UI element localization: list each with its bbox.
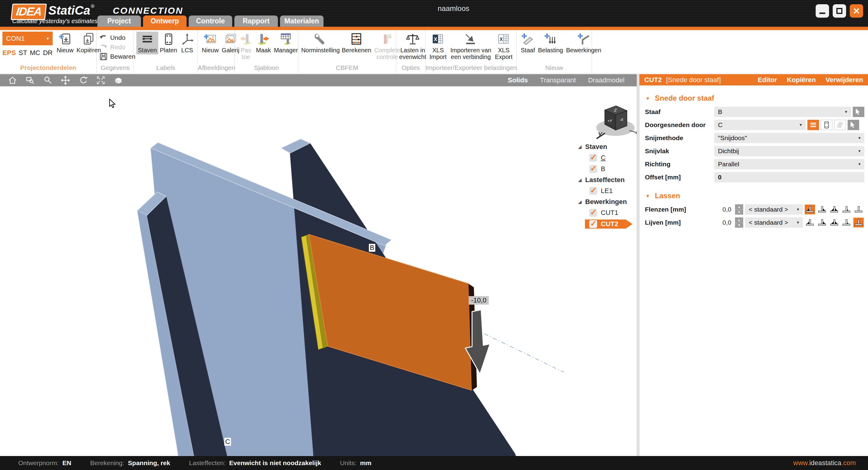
cut-method-select[interactable]: "Snijdoos" bbox=[714, 133, 864, 143]
pan-icon[interactable] bbox=[61, 76, 70, 85]
cube-face-z[interactable]: Z bbox=[614, 108, 617, 112]
maximize-button[interactable] bbox=[833, 4, 846, 18]
labels-lcs-toggle[interactable]: LCS bbox=[179, 32, 196, 55]
tree-item-cut2-selected[interactable]: CUT2 bbox=[585, 220, 632, 229]
tree-section-bewerkingen[interactable]: ◢ Bewerkingen bbox=[578, 198, 637, 206]
template-apply-button[interactable]: Pas toe bbox=[238, 32, 254, 61]
weld-type-fillet-both-button[interactable] bbox=[829, 218, 839, 227]
section-welds-header[interactable]: ▼ Lassen bbox=[646, 192, 868, 200]
webs-weld-size[interactable]: 0,0 bbox=[714, 219, 733, 226]
loads-equilibrium-button[interactable]: Lasten in evenwicht bbox=[399, 32, 427, 61]
collapse-icon[interactable]: ◢ bbox=[578, 177, 582, 182]
cube-face-minus-x[interactable]: -X bbox=[620, 118, 624, 122]
staaf-select[interactable]: B bbox=[714, 107, 851, 117]
pick-member-button[interactable] bbox=[853, 107, 864, 117]
new-load-button[interactable]: Belasting bbox=[536, 32, 564, 55]
weld-type-butt-button[interactable] bbox=[854, 205, 864, 214]
cut-plane-select[interactable]: Dichtbij bbox=[714, 146, 864, 156]
direction-select[interactable]: Parallel bbox=[714, 159, 864, 169]
view-mode-solids[interactable]: Solids bbox=[508, 76, 528, 84]
tree-section-lasteffecten[interactable]: ◢ Lasteffecten bbox=[578, 176, 637, 184]
mode-eps[interactable]: EPS bbox=[2, 49, 16, 57]
zoom-fit-icon[interactable] bbox=[96, 76, 105, 85]
checkbox-checked-icon[interactable] bbox=[589, 154, 597, 162]
import-connection-button[interactable]: Importeren van een verbinding bbox=[448, 32, 494, 61]
flanges-weld-stepper[interactable]: ▲▼ bbox=[735, 204, 743, 215]
website-link[interactable]: www.ideastatica.com bbox=[794, 459, 856, 467]
template-manager-button[interactable]: Manager bbox=[272, 32, 300, 55]
webs-weld-stepper[interactable]: ▲▼ bbox=[735, 217, 743, 228]
tree-section-staven[interactable]: ◢ Staven bbox=[578, 143, 637, 151]
minimize-button[interactable] bbox=[816, 4, 829, 18]
webs-weld-material-select[interactable]: < standaard > bbox=[745, 217, 803, 228]
save-button[interactable]: Bewaren bbox=[99, 52, 135, 61]
xls-import-button[interactable]: X XLS Import bbox=[428, 32, 448, 61]
checkbox-checked-icon[interactable] bbox=[589, 209, 597, 217]
mode-st[interactable]: ST bbox=[19, 49, 27, 57]
units-value[interactable]: mm bbox=[360, 459, 371, 467]
mode-dr[interactable]: DR bbox=[43, 49, 53, 57]
view-mode-wireframe[interactable]: Draadmodel bbox=[588, 76, 624, 84]
cut-by-member-toggle[interactable] bbox=[807, 120, 819, 130]
tree-item-cut1[interactable]: CUT1 bbox=[589, 208, 637, 217]
close-button[interactable]: ✕ bbox=[850, 4, 863, 18]
new-operation-button[interactable]: Bewerkingen bbox=[564, 32, 603, 55]
tab-materialen[interactable]: Materialen bbox=[280, 15, 323, 27]
tree-item-c[interactable]: C bbox=[589, 153, 637, 162]
xls-export-button[interactable]: X XLS Export bbox=[493, 32, 514, 61]
weld-type-fillet-right-button[interactable] bbox=[817, 205, 827, 214]
offset-input[interactable]: 0 bbox=[714, 172, 864, 182]
labels-platen-toggle[interactable]: Platen bbox=[158, 32, 179, 55]
section-cut-header[interactable]: ▼ Snede door staaf bbox=[646, 94, 868, 102]
weld-type-fillet-right-button[interactable] bbox=[817, 218, 827, 227]
tree-item-le1[interactable]: LE1 bbox=[589, 187, 637, 196]
weld-type-bevel-button[interactable] bbox=[841, 218, 851, 227]
tab-project[interactable]: Project bbox=[97, 15, 141, 27]
checkbox-checked-icon[interactable] bbox=[589, 187, 597, 195]
checkbox-checked-icon[interactable] bbox=[589, 220, 597, 228]
weld-type-butt-button[interactable] bbox=[854, 218, 864, 227]
solid-box-icon[interactable] bbox=[114, 76, 123, 85]
copy-operation-button[interactable]: Kopiëren bbox=[787, 76, 816, 84]
load-effects-value[interactable]: Evenwicht is niet noodzakelijk bbox=[229, 459, 321, 467]
zoom-window-icon[interactable] bbox=[26, 76, 35, 85]
rotate-view-icon[interactable] bbox=[79, 76, 88, 85]
design-code-value[interactable]: EN bbox=[62, 459, 71, 467]
cut-by-select[interactable]: C bbox=[714, 120, 806, 130]
collapse-icon[interactable]: ◢ bbox=[578, 199, 582, 204]
new-project-item-button[interactable]: Nieuw bbox=[55, 32, 75, 55]
flanges-weld-size[interactable]: 0,0 bbox=[714, 206, 733, 213]
analysis-value[interactable]: Spanning, rek bbox=[128, 459, 170, 467]
tree-item-b[interactable]: B bbox=[589, 165, 637, 174]
checkbox-checked-icon[interactable] bbox=[589, 165, 597, 173]
weld-type-bevel-button[interactable] bbox=[841, 205, 851, 214]
delete-operation-button[interactable]: Verwijderen bbox=[826, 76, 863, 84]
cut-by-surface-toggle[interactable] bbox=[834, 120, 846, 130]
undo-button[interactable]: Undo bbox=[99, 33, 125, 42]
tab-ontwerp[interactable]: Ontwerp bbox=[143, 15, 187, 27]
scene-3d[interactable] bbox=[0, 86, 637, 456]
project-item-select[interactable]: CON1 bbox=[2, 32, 53, 45]
weld-type-fillet-left-button[interactable] bbox=[805, 205, 815, 214]
new-image-button[interactable]: Nieuw bbox=[200, 32, 220, 55]
tab-rapport[interactable]: Rapport bbox=[234, 15, 278, 27]
mode-mc[interactable]: MC bbox=[30, 49, 40, 57]
flanges-weld-material-select[interactable]: < standaard > bbox=[745, 204, 803, 215]
labels-staven-toggle[interactable]: Staven bbox=[136, 32, 158, 55]
zoom-icon[interactable] bbox=[43, 76, 52, 85]
weld-type-fillet-left-button[interactable] bbox=[805, 218, 815, 227]
cut-by-plate-toggle[interactable] bbox=[821, 120, 832, 130]
redo-button[interactable]: Redo bbox=[99, 42, 125, 52]
new-member-button[interactable]: Staaf bbox=[519, 32, 536, 55]
calculate-button[interactable]: Berekenen bbox=[340, 32, 373, 55]
home-view-icon[interactable] bbox=[8, 76, 17, 85]
cube-face-plus-y[interactable]: +Y bbox=[608, 119, 612, 123]
collapse-icon[interactable]: ◢ bbox=[578, 144, 582, 149]
navigation-cube[interactable]: Z +Y -X Y bbox=[591, 102, 637, 142]
editor-button[interactable]: Editor bbox=[758, 76, 777, 84]
code-setup-button[interactable]: Norminstelling bbox=[301, 32, 340, 55]
view-mode-transparent[interactable]: Transparant bbox=[540, 76, 576, 84]
template-make-button[interactable]: Maak bbox=[254, 32, 272, 55]
tab-controle[interactable]: Controle bbox=[189, 15, 232, 27]
viewport-3d[interactable]: Solids Transparant Draadmodel bbox=[0, 74, 637, 456]
